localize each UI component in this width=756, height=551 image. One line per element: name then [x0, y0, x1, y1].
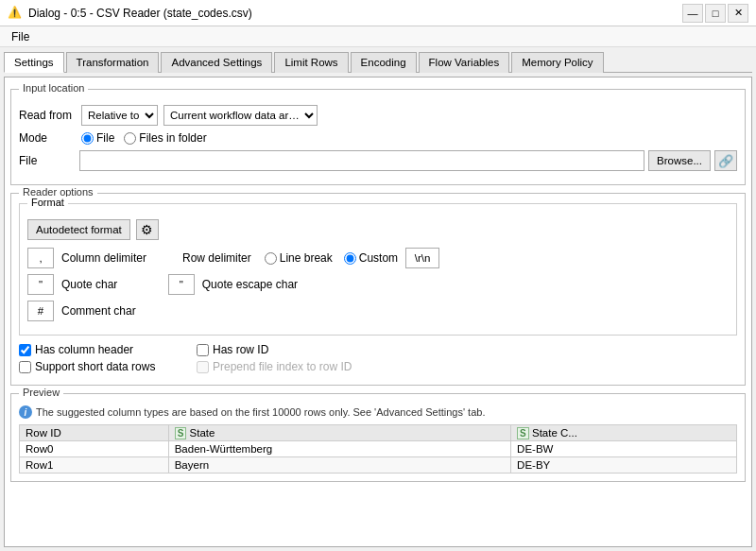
preview-title: Preview [19, 387, 63, 398]
format-title: Format [27, 197, 68, 208]
line-break-radio[interactable]: Line break [265, 251, 333, 265]
read-from-label: Read from [19, 109, 76, 122]
preview-section: Preview i The suggested column types are… [10, 393, 746, 482]
tab-limit-rows[interactable]: Limit Rows [274, 52, 348, 73]
file-input[interactable]: state_codes.csv [79, 150, 644, 171]
quote-char-input[interactable] [27, 274, 54, 295]
workflow-select[interactable]: Current workflow data ar… [163, 105, 318, 126]
app-icon: ⚠️ [8, 6, 23, 21]
info-icon: i [19, 405, 32, 419]
maximize-button[interactable]: □ [705, 4, 726, 23]
col-header-statecode: S State C... [511, 425, 737, 441]
row-delimiter-label: Row delimiter [182, 251, 251, 265]
comment-row: Comment char [27, 301, 729, 321]
column-delimiter-label: Column delimiter [61, 251, 146, 265]
tab-flow-variables[interactable]: Flow Variables [419, 52, 510, 73]
quote-escape-label: Quote escape char [202, 278, 298, 291]
has-row-id-item[interactable]: Has row ID [197, 343, 348, 356]
content-area: Input location Read from Relative to Cur… [4, 77, 752, 547]
row0-code: DE-BW [511, 441, 737, 457]
mode-file-radio[interactable]: File [81, 131, 114, 145]
tab-settings[interactable]: Settings [4, 52, 64, 73]
file-menu[interactable]: File [4, 28, 37, 45]
mode-folder-input[interactable] [124, 132, 136, 145]
mode-file-label: File [96, 131, 114, 145]
autodetect-button[interactable]: Autodetect format [27, 219, 130, 240]
mode-row: Mode File Files in folder [19, 131, 737, 145]
row0-id: Row0 [20, 441, 169, 457]
title-bar: ⚠️ Dialog - 0:5 - CSV Reader (state_code… [0, 0, 756, 26]
quote-row: Quote char Quote escape char [27, 274, 729, 295]
col-header-rowid: Row ID [20, 425, 169, 441]
tab-bar: Settings Transformation Advanced Setting… [4, 51, 752, 73]
format-section: Format Autodetect format ⚙ Column delimi… [19, 203, 737, 336]
has-column-header-checkbox[interactable] [19, 344, 31, 356]
prepend-file-index-label: Prepend file index to row ID [213, 360, 352, 373]
delimiter-row: Column delimiter Row delimiter Line brea… [27, 248, 729, 268]
has-column-header-item[interactable]: Has column header [19, 343, 170, 356]
menu-bar: File [0, 26, 756, 47]
checkbox-row-1: Has column header Has row ID [19, 343, 737, 356]
support-short-rows-checkbox[interactable] [19, 361, 31, 373]
checkbox-row-2: Support short data rows Prepend file ind… [19, 360, 737, 373]
row1-state: Bayern [168, 457, 510, 474]
file-label: File [19, 154, 76, 167]
custom-input[interactable] [344, 252, 356, 265]
mode-folder-label: Files in folder [139, 131, 206, 145]
comment-char-input[interactable] [27, 301, 54, 321]
quote-escape-input[interactable] [168, 274, 195, 295]
browse-button[interactable]: Browse... [648, 150, 711, 171]
column-delimiter-input[interactable] [27, 248, 54, 268]
tab-transformation[interactable]: Transformation [66, 52, 160, 73]
state-col-label: State [190, 427, 215, 439]
preview-info: i The suggested column types are based o… [19, 405, 737, 419]
custom-label: Custom [359, 251, 398, 265]
autodetect-row: Autodetect format ⚙ [27, 219, 729, 240]
tab-memory-policy[interactable]: Memory Policy [511, 52, 603, 73]
has-row-id-checkbox[interactable] [197, 344, 209, 356]
reader-options-section: Reader options Format Autodetect format … [10, 193, 746, 386]
has-column-header-label: Has column header [35, 343, 133, 356]
preview-table: Row ID S State S State C... [19, 424, 737, 474]
line-break-input[interactable] [265, 252, 277, 265]
mode-radio-group: File Files in folder [81, 131, 207, 145]
statecode-type-badge: S [517, 427, 529, 439]
table-row: Row1 Bayern DE-BY [20, 457, 737, 474]
support-short-rows-label: Support short data rows [35, 360, 155, 373]
col-header-state: S State [168, 425, 510, 441]
window-title: Dialog - 0:5 - CSV Reader (state_codes.c… [28, 7, 252, 20]
tab-encoding[interactable]: Encoding [351, 52, 417, 73]
has-row-id-label: Has row ID [213, 343, 268, 356]
statecode-col-label: State C... [532, 427, 577, 439]
custom-radio[interactable]: Custom [344, 251, 398, 265]
mode-file-input[interactable] [81, 132, 94, 145]
link-button[interactable]: 🔗 [714, 150, 737, 171]
quote-char-label: Quote char [61, 278, 117, 291]
row1-code: DE-BY [511, 457, 737, 474]
spacer [153, 278, 156, 291]
table-row: Row0 Baden-Württemberg DE-BW [20, 441, 737, 457]
support-short-rows-item[interactable]: Support short data rows [19, 360, 170, 373]
mode-folder-radio[interactable]: Files in folder [124, 131, 206, 145]
read-from-row: Read from Relative to Current workflow d… [19, 105, 737, 126]
mode-label: Mode [19, 131, 76, 145]
minimize-button[interactable]: — [682, 4, 703, 23]
close-button[interactable]: ✕ [728, 4, 748, 23]
read-from-select[interactable]: Relative to [81, 105, 158, 126]
prepend-file-index-item[interactable]: Prepend file index to row ID [197, 360, 352, 373]
input-location-title: Input location [19, 82, 88, 94]
file-row: File state_codes.csv Browse... 🔗 [19, 150, 737, 171]
custom-value-input[interactable] [405, 248, 439, 268]
gear-button[interactable]: ⚙ [136, 219, 159, 240]
preview-info-text: The suggested column types are based on … [36, 406, 485, 418]
comment-char-label: Comment char [61, 304, 136, 318]
line-break-label: Line break [280, 251, 333, 265]
input-location-section: Input location Read from Relative to Cur… [10, 89, 746, 185]
tab-advanced-settings[interactable]: Advanced Settings [161, 52, 272, 73]
prepend-file-index-checkbox[interactable] [197, 361, 209, 373]
row1-id: Row1 [20, 457, 169, 474]
dialog-body: Settings Transformation Advanced Setting… [0, 47, 756, 551]
state-type-badge: S [175, 427, 187, 439]
row0-state: Baden-Württemberg [168, 441, 510, 457]
